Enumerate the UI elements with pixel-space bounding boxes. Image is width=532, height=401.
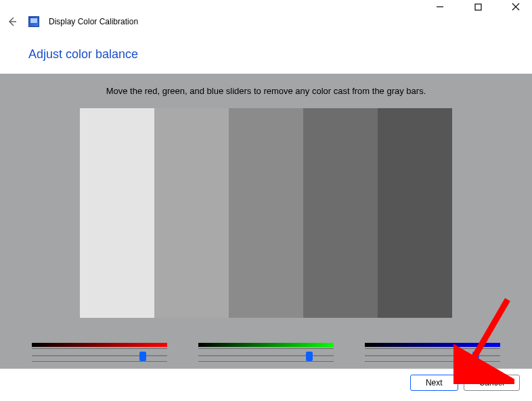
blue-slider[interactable] [365,343,500,362]
blue-gradient [365,343,500,347]
app-icon [28,16,39,27]
svg-rect-1 [475,4,481,10]
blue-thumb[interactable] [472,352,479,361]
sliders-row [0,343,532,362]
green-gradient [198,343,334,347]
gray-bar-4 [303,108,378,318]
gray-bar-5 [378,108,452,318]
footer-bar: Next Cancel [0,369,532,396]
green-slider[interactable] [198,343,334,362]
green-thumb[interactable] [306,352,313,361]
next-button[interactable]: Next [410,375,458,391]
title-bar: Display Color Calibration [0,9,532,34]
blue-track[interactable] [365,348,500,362]
heading-row: Adjust color balance [0,34,532,74]
red-slider[interactable] [32,343,167,362]
cancel-button[interactable]: Cancel [464,375,520,391]
red-thumb[interactable] [139,352,146,361]
content-area: Move the red, green, and blue sliders to… [0,74,532,369]
gray-bar-2 [154,108,229,318]
green-track[interactable] [198,348,334,362]
red-gradient [32,343,167,347]
window-title: Display Color Calibration [49,17,138,26]
instruction-text: Move the red, green, and blue sliders to… [0,86,532,96]
maximize-button[interactable] [467,0,489,14]
close-button[interactable] [505,0,527,14]
gray-bars [0,108,532,318]
page-heading: Adjust color balance [28,47,532,62]
gray-bar-3 [229,108,303,318]
back-button[interactable] [5,15,19,28]
minimize-button[interactable] [429,0,451,14]
red-track[interactable] [32,348,167,362]
gray-bar-1 [80,108,154,318]
window-controls [0,0,532,9]
